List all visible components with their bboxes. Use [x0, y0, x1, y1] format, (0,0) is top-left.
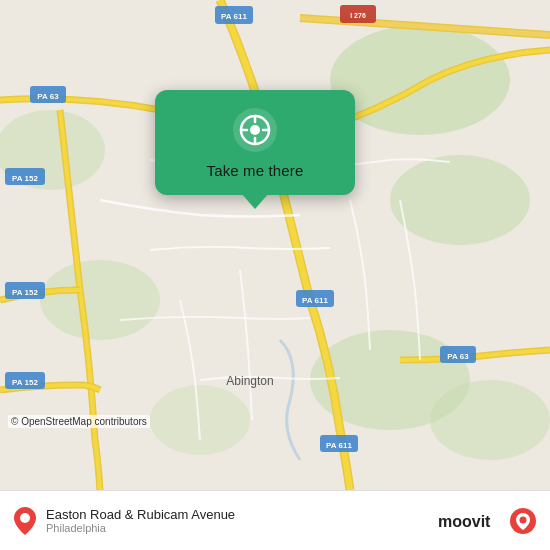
bottom-address-block: Easton Road & Rubicam Avenue Philadelphi…: [46, 507, 235, 534]
svg-point-37: [520, 516, 527, 523]
svg-text:I 276: I 276: [350, 12, 366, 19]
svg-text:PA 152: PA 152: [12, 288, 38, 297]
take-me-there-popup[interactable]: Take me there: [155, 90, 355, 195]
moovit-logo: moovit: [438, 507, 536, 535]
svg-text:PA 611: PA 611: [302, 296, 328, 305]
svg-point-29: [250, 125, 260, 135]
svg-point-6: [150, 385, 250, 455]
map-container: PA 611 I 276 PA 63 PA 63 PA 152 PA 152 P…: [0, 0, 550, 490]
bottom-city: Philadelphia: [46, 522, 235, 534]
svg-text:PA 63: PA 63: [447, 352, 469, 361]
svg-text:PA 152: PA 152: [12, 174, 38, 183]
svg-text:Abington: Abington: [226, 374, 273, 388]
bottom-address: Easton Road & Rubicam Avenue: [46, 507, 235, 522]
location-pin-icon: [233, 108, 277, 152]
svg-point-34: [20, 513, 30, 523]
svg-point-7: [430, 380, 550, 460]
popup-label: Take me there: [207, 162, 304, 179]
bottom-pin-icon: [14, 507, 36, 535]
svg-point-2: [390, 155, 530, 245]
svg-text:PA 611: PA 611: [221, 12, 247, 21]
svg-text:PA 63: PA 63: [37, 92, 59, 101]
bottom-bar: Easton Road & Rubicam Avenue Philadelphi…: [0, 490, 550, 550]
svg-text:PA 611: PA 611: [326, 441, 352, 450]
svg-text:moovit: moovit: [438, 513, 491, 530]
svg-point-4: [40, 260, 160, 340]
svg-text:PA 152: PA 152: [12, 378, 38, 387]
map-attribution: © OpenStreetMap contributors: [8, 415, 150, 428]
